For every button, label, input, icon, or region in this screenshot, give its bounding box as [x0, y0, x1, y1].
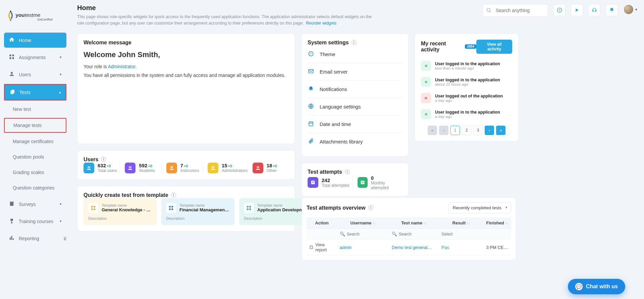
sort-icon: ↑↓	[467, 221, 470, 225]
play-button[interactable]	[571, 4, 583, 16]
svg-point-26	[172, 166, 173, 168]
system-settings-card: System settingsi ThemeEmail serverNotifi…	[301, 33, 409, 157]
settings-item-attachments-library[interactable]: Attachments library	[308, 133, 402, 150]
activity-item[interactable]: User logged in to the applicationless th…	[421, 58, 512, 74]
info-icon[interactable]: i	[368, 205, 373, 210]
nav-training[interactable]: Training courses ▾	[4, 214, 66, 229]
user-menu[interactable]: ▾	[623, 4, 637, 15]
info-icon[interactable]: i	[101, 157, 106, 162]
chevron-down-icon: ▾	[60, 72, 62, 77]
filter-username[interactable]	[347, 232, 386, 237]
col-finished[interactable]: Finished↑↓	[484, 217, 511, 229]
settings-item-notifications[interactable]: Notifications	[308, 80, 402, 98]
filter-testname[interactable]	[399, 232, 436, 237]
svg-rect-8	[12, 57, 14, 59]
info-icon[interactable]: i	[352, 40, 357, 45]
stat-icon	[253, 163, 263, 173]
filter-result[interactable]	[441, 232, 481, 237]
sub-question-categories[interactable]: Question categories	[4, 181, 66, 195]
pager-first[interactable]: «	[428, 126, 437, 135]
pager-page-1[interactable]: 1	[450, 126, 460, 135]
settings-item-theme[interactable]: Theme	[308, 46, 402, 63]
reorder-widgets-link[interactable]: Reorder widgets	[306, 21, 336, 26]
nav-surveys[interactable]: Surveys ▾	[4, 197, 66, 212]
activity-item[interactable]: User logged out of the applicationa day …	[421, 90, 512, 106]
nav-tests[interactable]: Tests ▴	[4, 84, 66, 100]
sidebar: you testme GetCertified Home Assignments…	[0, 0, 70, 299]
stat-icon	[84, 163, 94, 173]
overview-table: Action Username↑↓ Test name↑↓ Result↑↓ F…	[307, 217, 511, 255]
settings-item-date-and-time[interactable]: Date and time	[308, 115, 402, 133]
col-action[interactable]: Action	[307, 217, 337, 229]
templates-title: Quickly create test from templatei	[84, 192, 289, 198]
search-input[interactable]	[483, 4, 548, 17]
stat-instructors[interactable]: 7+0Instructors	[161, 163, 203, 173]
stat-total-users[interactable]: 632+0Total users	[84, 163, 120, 173]
sort-icon: ↑↓	[423, 221, 427, 225]
stat-students[interactable]: 592+0Students	[120, 163, 161, 173]
sub-question-pools[interactable]: Question pools	[4, 150, 66, 164]
clipboard-icon	[9, 201, 15, 208]
overview-title: Test attempts overviewi	[307, 205, 373, 211]
role-link[interactable]: Administrator	[108, 64, 136, 69]
svg-rect-15	[11, 236, 12, 240]
login-icon	[421, 77, 431, 87]
sub-grading-scales[interactable]: Grading scales	[4, 166, 66, 179]
pager-page-3[interactable]: 3	[473, 126, 483, 135]
nav-users[interactable]: Users ▾	[4, 67, 66, 82]
nav-label: Tests	[19, 90, 31, 95]
nav-home[interactable]: Home	[4, 33, 66, 48]
settings-item-email-server[interactable]: Email server	[308, 63, 402, 80]
activity-item[interactable]: User logged in to the applicationabout 2…	[421, 74, 512, 90]
svg-point-21	[88, 166, 89, 168]
overview-filter[interactable]: Recently completed tests	[448, 202, 511, 213]
activity-item[interactable]: User logged in to the applicationa day a…	[421, 106, 512, 122]
pager-prev[interactable]: ‹	[439, 126, 448, 135]
headset-button[interactable]	[588, 4, 600, 16]
mail-icon	[308, 68, 314, 75]
sub-manage-certificates[interactable]: Manage certificates	[4, 135, 66, 148]
info-icon[interactable]: i	[345, 169, 350, 174]
home-icon	[9, 37, 15, 44]
svg-point-25	[170, 166, 172, 168]
settings-item-language-settings[interactable]: Language settings	[308, 98, 402, 115]
testname-link[interactable]: Demo test generat…	[392, 245, 432, 250]
pager-next[interactable]: ›	[485, 126, 494, 135]
view-all-activity-button[interactable]: View all activity	[476, 40, 512, 54]
stat-administrators[interactable]: 15+0Administrators	[203, 163, 248, 173]
template-icon	[244, 203, 254, 213]
view-report-link[interactable]: View report	[309, 242, 334, 252]
col-result[interactable]: Result↑↓	[439, 217, 483, 229]
pager-page-2[interactable]: 2	[462, 126, 471, 135]
notifications-button[interactable]	[606, 4, 618, 16]
template-card[interactable]: Template nameGeneral Knowledge - Te…Desc…	[84, 198, 157, 225]
chat-widget[interactable]: 💬 Chat with us	[568, 279, 625, 294]
pager-last[interactable]: »	[496, 126, 505, 135]
grid-icon	[9, 54, 15, 61]
help-button[interactable]: ?	[553, 4, 566, 16]
username-link[interactable]: admin	[340, 245, 352, 250]
svg-rect-6	[12, 54, 14, 56]
svg-point-45	[311, 52, 312, 53]
template-card[interactable]: Template nameFinancial Management T…Desc…	[161, 198, 234, 225]
info-icon[interactable]: i	[171, 193, 176, 198]
stat-other[interactable]: 18+0Other	[248, 163, 289, 173]
svg-rect-39	[247, 206, 249, 208]
nav-reporting[interactable]: Reporting ⟪	[4, 231, 66, 246]
col-username[interactable]: Username↑↓	[337, 217, 389, 229]
col-testname[interactable]: Test name↑↓	[389, 217, 439, 229]
stat-icon	[166, 163, 177, 173]
sub-new-test[interactable]: New test	[4, 102, 66, 116]
stat-total-attempted[interactable]: 242Total attempted	[308, 175, 353, 190]
svg-point-22	[89, 166, 90, 168]
search-icon: 🔍	[340, 231, 345, 237]
collapse-sidebar-handle[interactable]: ⟪	[63, 236, 67, 241]
search-icon	[486, 7, 491, 14]
stat-monthly-attempted[interactable]: 0Monthly attempted	[353, 175, 402, 190]
sub-manage-tests[interactable]: Manage tests	[4, 118, 66, 133]
svg-point-24	[130, 166, 131, 168]
template-icon	[166, 203, 176, 213]
calendar-icon	[308, 121, 314, 128]
welcome-card: Welcome message Welcome John Smith, Your…	[77, 33, 295, 144]
nav-assignments[interactable]: Assignments ▾	[4, 50, 66, 65]
